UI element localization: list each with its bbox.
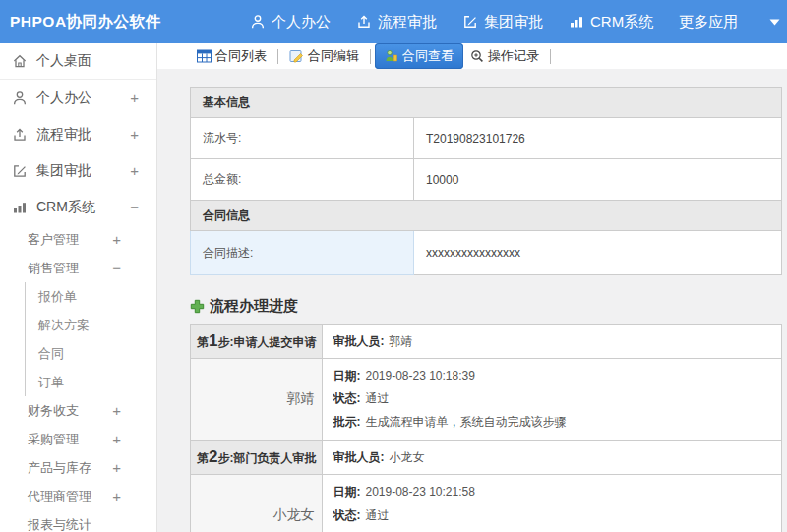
sidebar-item-label: 个人办公 xyxy=(36,89,91,107)
sidebar-item-personal-desktop[interactable]: 个人桌面 xyxy=(0,43,156,80)
main-area: 合同列表 合同编辑 合同查看 操作记录 基本信息 xyxy=(157,43,787,532)
tab-separator xyxy=(370,49,371,64)
table-row: 流水号: T20190823101726 xyxy=(191,118,782,159)
workflow-icon xyxy=(356,14,372,30)
tab-contract-view[interactable]: 合同查看 xyxy=(375,43,463,69)
section-header-row: 合同信息 xyxy=(191,201,782,231)
topnav-personal-office[interactable]: 个人办公 xyxy=(250,13,331,31)
sidebar-item-crm-system[interactable]: CRM系统 − xyxy=(0,189,156,225)
sidebar-item-label: 客户管理 xyxy=(28,231,79,249)
table-row: 合同描述: xxxxxxxxxxxxxxxx xyxy=(191,231,782,275)
date-label: 日期: xyxy=(333,485,360,499)
field-value: 10000 xyxy=(414,159,782,201)
top-navigation-bar: PHPOA协同办公软件 个人办公 流程审批 集团审批 CRM系统 更多应用 xyxy=(0,0,787,43)
approver-cell: 审批人员:郭靖 xyxy=(323,325,782,359)
table-list-icon xyxy=(197,49,212,63)
approver-label: 审批人员: xyxy=(333,450,384,464)
sidebar-item-label: 代理商管理 xyxy=(28,488,91,505)
expand-toggle[interactable]: + xyxy=(112,431,121,447)
remark-value: 生成流程申请单，系统自动完成该步骤 xyxy=(365,415,566,429)
field-label: 总金额: xyxy=(191,159,414,201)
sidebar-item-label: 合同 xyxy=(38,345,64,363)
sidebar-item-finance[interactable]: 财务收支 + xyxy=(0,396,156,425)
home-icon xyxy=(12,53,28,69)
topnav-group-approval[interactable]: 集团审批 xyxy=(462,13,543,31)
workflow-icon xyxy=(12,127,28,143)
expand-toggle[interactable]: + xyxy=(112,231,121,248)
sidebar-item-reports-statistics[interactable]: 报表与统计 xyxy=(0,510,156,532)
field-value: xxxxxxxxxxxxxxxx xyxy=(414,231,782,275)
content-panel: 基本信息 流水号: T20190823101726 总金额: 10000 合同信… xyxy=(157,69,787,532)
sidebar-item-solution[interactable]: 解决方案 xyxy=(26,311,156,339)
expand-toggle[interactable]: + xyxy=(130,126,139,143)
sidebar-item-quotation[interactable]: 报价单 xyxy=(26,282,156,311)
field-label: 流水号: xyxy=(191,118,414,159)
tab-label: 合同查看 xyxy=(402,47,454,65)
tab-operation-log[interactable]: 操作记录 xyxy=(463,43,546,69)
topnav-more-apps[interactable]: 更多应用 xyxy=(679,13,738,31)
status-label: 状态: xyxy=(333,508,360,522)
sidebar-item-purchase-management[interactable]: 采购管理 + xyxy=(0,425,156,453)
sidebar-item-product-inventory[interactable]: 产品与库存 + xyxy=(0,453,156,482)
topnav-label: 更多应用 xyxy=(679,13,738,31)
date-line: 日期:2019-08-23 10:21:58 xyxy=(333,481,771,503)
expand-toggle[interactable]: + xyxy=(130,89,139,106)
tab-label: 操作记录 xyxy=(488,47,539,65)
step-detail-cell: 日期:2019-08-23 10:18:39 状态:通过 批示:生成流程申请单，… xyxy=(323,359,782,441)
field-value: T20190823101726 xyxy=(414,118,782,159)
tab-contract-edit[interactable]: 合同编辑 xyxy=(282,43,366,69)
date-label: 日期: xyxy=(333,369,360,383)
approver-name: 小龙女 xyxy=(389,450,424,464)
step-name: 第2步:部门负责人审批 xyxy=(191,441,323,475)
tab-separator xyxy=(550,49,551,64)
tab-contract-list[interactable]: 合同列表 xyxy=(190,43,273,69)
collapse-toggle[interactable]: − xyxy=(130,199,139,215)
progress-title-text: 流程办理进度 xyxy=(210,297,298,316)
tab-label: 合同编辑 xyxy=(308,47,359,65)
expand-toggle[interactable]: + xyxy=(130,162,139,179)
topnav-label: 集团审批 xyxy=(484,13,543,31)
date-value: 2019-08-23 10:21:58 xyxy=(365,485,474,499)
contract-view-icon xyxy=(385,49,398,63)
zoom-plus-icon xyxy=(470,49,484,63)
sidebar-item-sales-management[interactable]: 销售管理 − xyxy=(0,254,156,282)
sidebar-item-label: 流程审批 xyxy=(36,126,91,144)
sidebar-item-agent-management[interactable]: 代理商管理 + xyxy=(0,482,156,510)
sidebar-item-label: 财务收支 xyxy=(28,402,79,420)
expand-toggle[interactable]: + xyxy=(112,402,121,419)
sidebar-item-contract[interactable]: 合同 xyxy=(26,339,156,368)
expand-toggle[interactable]: + xyxy=(112,488,121,504)
status-line: 状态:通过 xyxy=(333,387,771,410)
sidebar-item-order[interactable]: 订单 xyxy=(26,368,156,396)
edit-icon xyxy=(462,14,478,30)
sidebar-item-personal-office[interactable]: 个人办公 + xyxy=(0,80,156,116)
section-title: 合同信息 xyxy=(191,201,782,231)
status-value: 通过 xyxy=(365,508,389,522)
approver-name: 郭靖 xyxy=(389,334,412,348)
app-title: PHPOA协同办公软件 xyxy=(0,12,197,32)
remark-line: 批示:通过 xyxy=(333,527,771,532)
edit-icon xyxy=(12,163,28,179)
sidebar-item-label: 解决方案 xyxy=(38,317,90,334)
handler-name: 小龙女 xyxy=(191,475,323,532)
approver-cell: 审批人员:小龙女 xyxy=(323,441,782,475)
sidebar-item-group-approval[interactable]: 集团审批 + xyxy=(0,152,156,189)
sidebar-item-label: 产品与库存 xyxy=(28,459,91,477)
field-label-highlighted: 合同描述: xyxy=(191,231,414,275)
caret-down-icon xyxy=(769,19,780,26)
section-header-row: 基本信息 xyxy=(191,88,782,118)
topnav-crm-system[interactable]: CRM系统 xyxy=(569,13,653,31)
sidebar-item-label: 订单 xyxy=(38,374,64,391)
sidebar-item-customer-management[interactable]: 客户管理 + xyxy=(0,225,156,254)
more-apps-dropdown[interactable] xyxy=(769,19,780,26)
sales-submenu: 报价单 解决方案 合同 订单 xyxy=(25,282,156,396)
section-title: 基本信息 xyxy=(191,88,782,118)
progress-table: 第1步:申请人提交申请 审批人员:郭靖 郭靖 日期:2019-08-23 10:… xyxy=(190,324,782,532)
sidebar-item-label: 个人桌面 xyxy=(36,52,91,70)
sidebar-item-workflow-approval[interactable]: 流程审批 + xyxy=(0,116,156,152)
collapse-toggle[interactable]: − xyxy=(112,260,121,276)
edit-doc-icon xyxy=(289,49,304,63)
bar-chart-icon xyxy=(569,14,584,30)
topnav-workflow-approval[interactable]: 流程审批 xyxy=(356,13,437,31)
expand-toggle[interactable]: + xyxy=(112,459,121,476)
